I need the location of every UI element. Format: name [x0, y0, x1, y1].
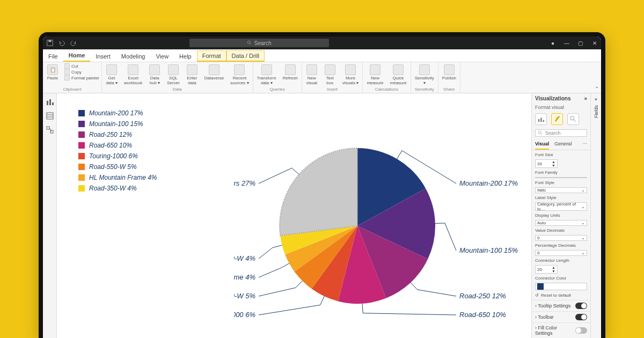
svg-rect-5 — [49, 99, 51, 105]
minimize-icon[interactable]: — — [564, 40, 570, 46]
ribbon-button[interactable]: SQL Server — [165, 63, 181, 86]
format-field-input[interactable] — [535, 177, 587, 178]
ribbon-button[interactable]: Publish — [441, 63, 458, 82]
close-icon[interactable]: ✕ — [591, 40, 598, 46]
svg-rect-7 — [47, 113, 53, 119]
titlebar: Search ● — ▢ ✕ — [43, 36, 601, 49]
ribbon-icon — [419, 64, 430, 75]
format-field-input[interactable]: 0⌄ — [535, 235, 587, 241]
ribbon-button[interactable]: Refresh — [281, 63, 299, 82]
report-view-icon[interactable] — [46, 98, 54, 106]
viz-pane-title: Visualizations — [535, 95, 571, 101]
format-field-input[interactable]: 20▲▼ — [535, 159, 558, 168]
format-field-label: Connector Color — [535, 276, 587, 281]
menu-data-drill[interactable]: Data / Drill — [226, 50, 265, 62]
toggle[interactable] — [575, 303, 587, 309]
cut-button[interactable]: Cut — [64, 63, 99, 69]
report-canvas[interactable]: Mountain-200 17%Mountain-100 15%Road-250… — [57, 93, 531, 338]
ribbon-icon — [261, 64, 272, 75]
pie-slice[interactable] — [280, 148, 357, 236]
callout-line — [259, 263, 289, 277]
callout-line — [411, 283, 456, 296]
callout-label: Road-650 10% — [459, 311, 506, 319]
search-placeholder: Search — [254, 40, 272, 46]
build-visual-icon[interactable] — [535, 113, 547, 125]
menu-help[interactable]: Help — [174, 51, 197, 62]
menu-bar: File Home Insert Modeling View Help Form… — [43, 49, 601, 62]
ribbon-button[interactable]: New visual — [304, 63, 319, 86]
format-field-input[interactable]: Category, percent of to…⌄ — [535, 202, 587, 211]
global-search[interactable]: Search — [189, 39, 329, 47]
analytics-icon[interactable] — [567, 113, 579, 125]
svg-rect-1 — [48, 40, 51, 42]
toggle[interactable] — [575, 314, 587, 320]
data-view-icon[interactable] — [46, 112, 54, 120]
ribbon-collapse-icon[interactable]: ⌃ — [595, 86, 599, 92]
ribbon-icon — [106, 64, 117, 75]
ribbon-button[interactable]: More visuals ▾ — [341, 63, 361, 86]
format-field-input[interactable]: 0⌄ — [535, 250, 587, 256]
menu-view[interactable]: View — [150, 51, 174, 62]
ribbon-icon — [393, 64, 404, 75]
ribbon-button[interactable]: Dataverse — [203, 63, 225, 82]
ribbon-button[interactable]: Sensitivity ▾ — [413, 63, 436, 86]
menu-format[interactable]: Format — [197, 50, 226, 62]
model-view-icon[interactable] — [46, 126, 54, 134]
viz-search[interactable]: Search — [535, 129, 587, 137]
ribbon-button[interactable]: Transform data ▾ — [255, 63, 278, 86]
menu-modeling[interactable]: Modeling — [116, 51, 151, 62]
format-field-label: Font Family — [535, 170, 587, 175]
svg-rect-10 — [47, 127, 49, 129]
menu-home[interactable]: Home — [63, 50, 91, 62]
undo-icon[interactable] — [58, 39, 65, 47]
viz-tab-more-icon[interactable]: ⋯ — [582, 139, 587, 150]
ribbon-button[interactable]: Data hub ▾ — [147, 63, 162, 86]
paste-icon: 📋 — [47, 64, 58, 75]
callout-label: Mountain-200 17% — [459, 179, 518, 187]
format-field-input[interactable]: 20▲▼ — [535, 265, 558, 274]
format-painter-button[interactable]: Format painter — [64, 75, 99, 80]
reset-to-default[interactable]: ↺ Reset to default — [532, 291, 590, 300]
toggle[interactable] — [575, 327, 587, 334]
svg-point-19 — [538, 131, 541, 134]
collapse-pane-icon[interactable]: » — [584, 95, 587, 101]
copy-button[interactable]: Copy — [64, 69, 99, 75]
ribbon-button[interactable]: Recent sources ▾ — [229, 63, 250, 86]
chevron-down-icon: ⌄ — [581, 221, 585, 225]
account-icon[interactable]: ● — [550, 40, 556, 46]
ribbon-button[interactable]: Get data ▾ — [104, 63, 119, 86]
redo-icon[interactable] — [70, 39, 77, 47]
ribbon-button[interactable]: Enter data — [185, 63, 200, 86]
maximize-icon[interactable]: ▢ — [577, 40, 584, 46]
chevron-down-icon: ⌄ — [581, 251, 585, 255]
ribbon-button[interactable]: Quick measure — [389, 63, 408, 86]
menu-file[interactable]: File — [43, 51, 63, 62]
viz-tab-general[interactable]: General — [554, 139, 572, 150]
format-section-row[interactable]: › Tooltip Settings — [532, 300, 590, 311]
expand-fields-icon[interactable]: « — [595, 97, 597, 102]
format-field-label: Font Size — [535, 152, 587, 157]
format-field-input[interactable] — [535, 283, 587, 290]
paste-button[interactable]: 📋 Paste — [45, 63, 60, 82]
chevron-down-icon: ⌄ — [581, 204, 585, 209]
viz-tab-visual[interactable]: Visual — [535, 139, 549, 150]
ribbon-button[interactable]: Excel workbook — [122, 63, 144, 86]
search-icon — [538, 130, 543, 136]
format-field-label: Font Style — [535, 180, 587, 185]
legend-swatch — [78, 164, 85, 170]
ribbon-button[interactable]: New measure — [365, 63, 385, 86]
ribbon-button[interactable]: Text box — [323, 63, 338, 86]
callout-line — [435, 223, 456, 251]
format-visual-icon[interactable] — [551, 113, 563, 125]
legend-swatch — [78, 185, 85, 192]
fields-pane-collapsed[interactable]: « Fields — [590, 93, 601, 338]
format-field-input[interactable]: Italic⌄ — [535, 187, 587, 193]
legend-swatch — [78, 121, 85, 127]
format-section-row[interactable]: › Fill Color Settings — [532, 322, 590, 338]
format-section-row[interactable]: › Toolbar — [532, 311, 590, 322]
ribbon-icon — [306, 64, 317, 75]
menu-insert[interactable]: Insert — [90, 51, 116, 62]
save-icon[interactable] — [46, 39, 54, 47]
legend-item: HL Mountain Frame 4% — [78, 174, 157, 181]
format-field-input[interactable]: Auto⌄ — [535, 220, 587, 226]
